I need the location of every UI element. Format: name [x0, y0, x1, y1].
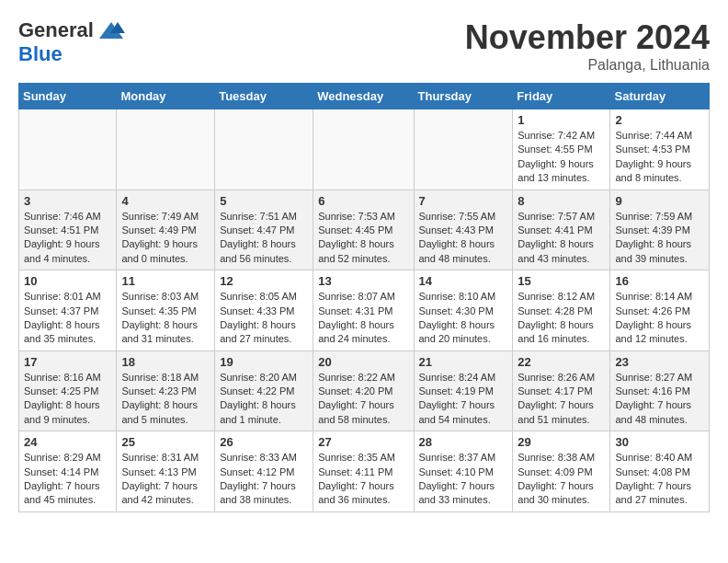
weekday-header-wednesday: Wednesday [313, 84, 414, 109]
day-info: Sunrise: 7:57 AM Sunset: 4:41 PM Dayligh… [518, 210, 605, 267]
day-info: Sunrise: 8:10 AM Sunset: 4:30 PM Dayligh… [419, 290, 508, 347]
calendar-cell: 9Sunrise: 7:59 AM Sunset: 4:39 PM Daylig… [610, 190, 710, 270]
calendar-cell: 27Sunrise: 8:35 AM Sunset: 4:11 PM Dayli… [313, 431, 414, 512]
day-info: Sunrise: 8:07 AM Sunset: 4:31 PM Dayligh… [318, 290, 408, 347]
day-info: Sunrise: 8:20 AM Sunset: 4:22 PM Dayligh… [220, 371, 308, 428]
day-info: Sunrise: 8:40 AM Sunset: 4:08 PM Dayligh… [615, 451, 704, 508]
day-number: 19 [220, 355, 308, 369]
calendar-cell: 17Sunrise: 8:16 AM Sunset: 4:25 PM Dayli… [19, 350, 117, 431]
day-info: Sunrise: 8:14 AM Sunset: 4:26 PM Dayligh… [615, 290, 704, 347]
day-info: Sunrise: 8:16 AM Sunset: 4:25 PM Dayligh… [24, 371, 111, 428]
calendar-cell: 29Sunrise: 8:38 AM Sunset: 4:09 PM Dayli… [513, 431, 610, 512]
day-number: 28 [419, 435, 508, 449]
day-info: Sunrise: 8:18 AM Sunset: 4:23 PM Dayligh… [121, 371, 210, 428]
day-number: 22 [518, 355, 605, 369]
calendar-cell [313, 109, 414, 190]
day-info: Sunrise: 7:53 AM Sunset: 4:45 PM Dayligh… [318, 210, 408, 267]
calendar-cell: 30Sunrise: 8:40 AM Sunset: 4:08 PM Dayli… [610, 431, 710, 512]
calendar-cell [414, 109, 513, 190]
day-info: Sunrise: 8:03 AM Sunset: 4:35 PM Dayligh… [121, 290, 210, 347]
weekday-header-thursday: Thursday [414, 84, 513, 109]
day-info: Sunrise: 7:59 AM Sunset: 4:39 PM Dayligh… [615, 210, 704, 267]
day-number: 9 [615, 194, 704, 208]
day-number: 21 [419, 355, 508, 369]
calendar-cell: 3Sunrise: 7:46 AM Sunset: 4:51 PM Daylig… [19, 190, 117, 270]
calendar-week-row: 3Sunrise: 7:46 AM Sunset: 4:51 PM Daylig… [19, 190, 710, 270]
calendar-cell: 24Sunrise: 8:29 AM Sunset: 4:14 PM Dayli… [19, 431, 117, 512]
logo-blue-text: Blue [18, 42, 63, 66]
weekday-header-row: SundayMondayTuesdayWednesdayThursdayFrid… [19, 84, 710, 109]
logo-general-text: General [18, 18, 94, 42]
day-number: 20 [318, 355, 408, 369]
day-info: Sunrise: 7:49 AM Sunset: 4:49 PM Dayligh… [121, 210, 210, 267]
day-info: Sunrise: 7:55 AM Sunset: 4:43 PM Dayligh… [419, 210, 508, 267]
calendar-week-row: 10Sunrise: 8:01 AM Sunset: 4:37 PM Dayli… [19, 270, 710, 351]
day-info: Sunrise: 7:44 AM Sunset: 4:53 PM Dayligh… [615, 129, 704, 186]
calendar-cell: 4Sunrise: 7:49 AM Sunset: 4:49 PM Daylig… [117, 190, 215, 270]
day-number: 23 [615, 355, 704, 369]
day-info: Sunrise: 8:01 AM Sunset: 4:37 PM Dayligh… [24, 290, 111, 347]
day-number: 27 [318, 435, 408, 449]
calendar-cell: 12Sunrise: 8:05 AM Sunset: 4:33 PM Dayli… [215, 270, 313, 351]
calendar-cell: 13Sunrise: 8:07 AM Sunset: 4:31 PM Dayli… [313, 270, 414, 351]
day-info: Sunrise: 8:27 AM Sunset: 4:16 PM Dayligh… [615, 371, 704, 428]
calendar-cell [19, 109, 117, 190]
calendar-week-row: 1Sunrise: 7:42 AM Sunset: 4:55 PM Daylig… [19, 109, 710, 190]
calendar-cell: 10Sunrise: 8:01 AM Sunset: 4:37 PM Dayli… [19, 270, 117, 351]
day-number: 26 [220, 435, 308, 449]
calendar-cell: 20Sunrise: 8:22 AM Sunset: 4:20 PM Dayli… [313, 350, 414, 431]
day-number: 24 [24, 435, 111, 449]
calendar-cell: 21Sunrise: 8:24 AM Sunset: 4:19 PM Dayli… [414, 350, 513, 431]
calendar-cell: 16Sunrise: 8:14 AM Sunset: 4:26 PM Dayli… [610, 270, 710, 351]
logo: General Blue [18, 18, 125, 66]
calendar-cell: 25Sunrise: 8:31 AM Sunset: 4:13 PM Dayli… [117, 431, 215, 512]
calendar-cell: 15Sunrise: 8:12 AM Sunset: 4:28 PM Dayli… [513, 270, 610, 351]
calendar-cell: 28Sunrise: 8:37 AM Sunset: 4:10 PM Dayli… [414, 431, 513, 512]
day-number: 16 [615, 274, 704, 288]
day-info: Sunrise: 8:35 AM Sunset: 4:11 PM Dayligh… [318, 451, 408, 508]
day-number: 18 [121, 355, 210, 369]
day-number: 1 [518, 113, 605, 127]
calendar-cell: 8Sunrise: 7:57 AM Sunset: 4:41 PM Daylig… [513, 190, 610, 270]
day-number: 30 [615, 435, 704, 449]
weekday-header-friday: Friday [513, 84, 610, 109]
location-text: Palanga, Lithuania [465, 57, 710, 74]
day-info: Sunrise: 8:05 AM Sunset: 4:33 PM Dayligh… [220, 290, 308, 347]
calendar-cell: 6Sunrise: 7:53 AM Sunset: 4:45 PM Daylig… [313, 190, 414, 270]
calendar-table: SundayMondayTuesdayWednesdayThursdayFrid… [18, 83, 710, 512]
day-number: 5 [220, 194, 308, 208]
title-area: November 2024 Palanga, Lithuania [465, 18, 710, 74]
calendar-cell: 14Sunrise: 8:10 AM Sunset: 4:30 PM Dayli… [414, 270, 513, 351]
day-number: 12 [220, 274, 308, 288]
day-info: Sunrise: 8:37 AM Sunset: 4:10 PM Dayligh… [419, 451, 508, 508]
day-info: Sunrise: 8:33 AM Sunset: 4:12 PM Dayligh… [220, 451, 308, 508]
day-info: Sunrise: 7:42 AM Sunset: 4:55 PM Dayligh… [518, 129, 605, 186]
calendar-cell: 11Sunrise: 8:03 AM Sunset: 4:35 PM Dayli… [117, 270, 215, 351]
day-number: 2 [615, 113, 704, 127]
day-number: 14 [419, 274, 508, 288]
day-number: 7 [419, 194, 508, 208]
day-info: Sunrise: 7:46 AM Sunset: 4:51 PM Dayligh… [24, 210, 111, 267]
calendar-week-row: 24Sunrise: 8:29 AM Sunset: 4:14 PM Dayli… [19, 431, 710, 512]
day-number: 11 [121, 274, 210, 288]
day-number: 3 [24, 194, 111, 208]
calendar-cell: 23Sunrise: 8:27 AM Sunset: 4:16 PM Dayli… [610, 350, 710, 431]
weekday-header-saturday: Saturday [610, 84, 710, 109]
day-number: 15 [518, 274, 605, 288]
day-info: Sunrise: 7:51 AM Sunset: 4:47 PM Dayligh… [220, 210, 308, 267]
day-number: 29 [518, 435, 605, 449]
calendar-cell: 7Sunrise: 7:55 AM Sunset: 4:43 PM Daylig… [414, 190, 513, 270]
day-info: Sunrise: 8:24 AM Sunset: 4:19 PM Dayligh… [419, 371, 508, 428]
calendar-cell [215, 109, 313, 190]
calendar-cell [117, 109, 215, 190]
weekday-header-monday: Monday [117, 84, 215, 109]
day-info: Sunrise: 8:31 AM Sunset: 4:13 PM Dayligh… [121, 451, 210, 508]
day-info: Sunrise: 8:29 AM Sunset: 4:14 PM Dayligh… [24, 451, 111, 508]
calendar-cell: 19Sunrise: 8:20 AM Sunset: 4:22 PM Dayli… [215, 350, 313, 431]
day-number: 17 [24, 355, 111, 369]
calendar-week-row: 17Sunrise: 8:16 AM Sunset: 4:25 PM Dayli… [19, 350, 710, 431]
calendar-cell: 5Sunrise: 7:51 AM Sunset: 4:47 PM Daylig… [215, 190, 313, 270]
weekday-header-sunday: Sunday [19, 84, 117, 109]
day-number: 4 [121, 194, 210, 208]
day-info: Sunrise: 8:26 AM Sunset: 4:17 PM Dayligh… [518, 371, 605, 428]
